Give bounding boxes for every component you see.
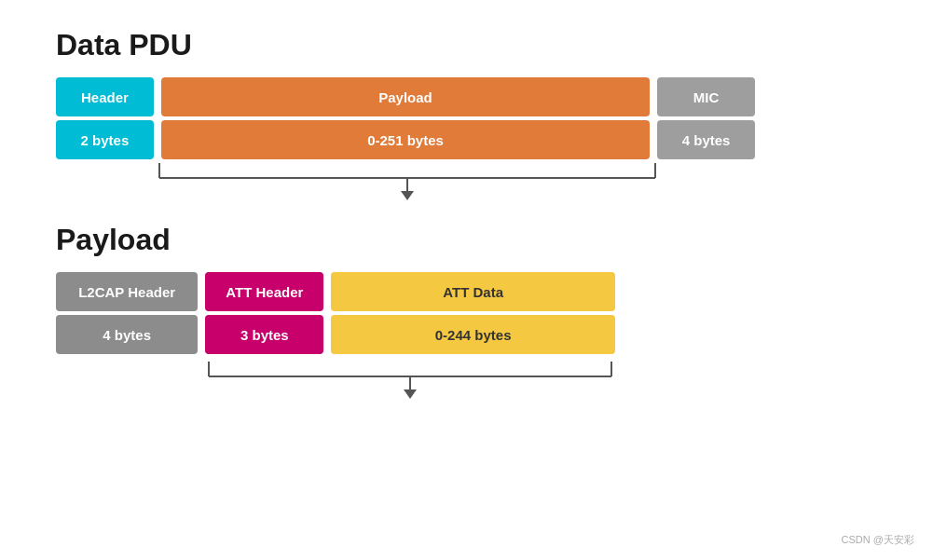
l2cap-header-bytes: 4 bytes (56, 315, 198, 354)
att-header-cell: ATT Header (205, 272, 323, 311)
pdu-mic-bytes: 4 bytes (657, 120, 755, 159)
svg-marker-4 (401, 191, 414, 200)
att-data-bytes: 0-244 bytes (331, 315, 615, 354)
svg-marker-9 (404, 389, 417, 399)
payload-bytes-row: 4 bytes 3 bytes 0-244 bytes (56, 315, 615, 354)
pdu-bracket-svg (56, 159, 755, 200)
pdu-label-row: Header Payload MIC (56, 77, 755, 116)
main-container: Data PDU Header Payload MIC 2 bytes 0-25… (0, 0, 933, 427)
pdu-title: Data PDU (56, 28, 877, 62)
att-data-cell: ATT Data (331, 272, 615, 311)
pdu-header-bytes: 2 bytes (56, 120, 154, 159)
pdu-section: Data PDU Header Payload MIC 2 bytes 0-25… (56, 28, 877, 200)
pdu-payload-bytes: 0-251 bytes (161, 120, 650, 159)
pdu-header-cell: Header (56, 77, 154, 116)
payload-label-row: L2CAP Header ATT Header ATT Data (56, 272, 615, 311)
att-header-bytes: 3 bytes (205, 315, 323, 354)
pdu-bracket (56, 159, 755, 200)
payload-bracket-svg (56, 358, 615, 399)
l2cap-header-cell: L2CAP Header (56, 272, 198, 311)
payload-section: Payload L2CAP Header ATT Header ATT Data… (56, 223, 877, 399)
pdu-mic-cell: MIC (657, 77, 755, 116)
pdu-bytes-row: 2 bytes 0-251 bytes 4 bytes (56, 120, 755, 159)
watermark: CSDN @天安彩 (842, 533, 914, 547)
pdu-payload-cell: Payload (161, 77, 650, 116)
payload-bracket (56, 358, 615, 399)
payload-title: Payload (56, 223, 877, 257)
